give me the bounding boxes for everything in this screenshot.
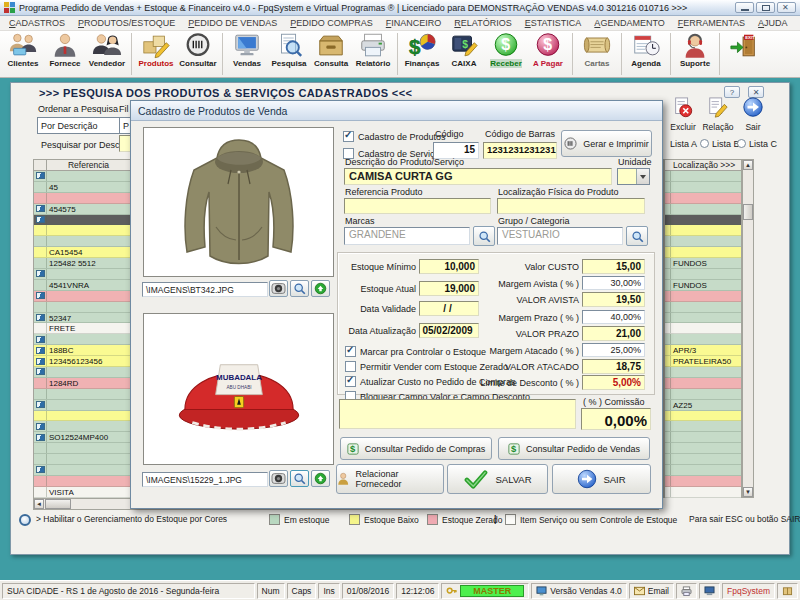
toolbar-consulta-button[interactable]: Consulta: [310, 32, 352, 76]
table-row[interactable]: [665, 432, 741, 443]
consultar-vendas-button[interactable]: $ Consultar Pedido de Vendas: [498, 437, 650, 460]
toolbar-receber-button[interactable]: $ Receber: [485, 32, 527, 76]
menu-ajuda[interactable]: AJUDA: [758, 18, 788, 28]
table-row[interactable]: [665, 171, 741, 182]
margem-avista-input[interactable]: 30,00%: [582, 276, 645, 290]
menu-produtos-estoque[interactable]: PRODUTOS/ESTOQUE: [78, 18, 175, 28]
valor-custo-input[interactable]: 15,00: [582, 259, 645, 274]
table-row[interactable]: 4541VNRA: [34, 280, 130, 291]
table-row[interactable]: PRATELEIRA50: [665, 356, 741, 367]
lista-b-radio[interactable]: Lista B: [700, 139, 740, 149]
header-referencia[interactable]: Referencia: [47, 160, 130, 170]
checkbox-icon[interactable]: [343, 131, 354, 142]
marcas-search-button[interactable]: [473, 226, 495, 246]
toolbar-clientes-button[interactable]: Clientes: [2, 32, 44, 76]
localizacao-fisica-input[interactable]: [497, 198, 645, 214]
table-row[interactable]: AZ25: [665, 400, 741, 411]
zoom-image-button[interactable]: [290, 280, 309, 297]
load-image-button[interactable]: [311, 470, 330, 487]
table-row[interactable]: [34, 465, 130, 476]
table-row[interactable]: [665, 323, 741, 334]
table-row[interactable]: [665, 421, 741, 432]
toolbar-vendedor-button[interactable]: Vendedor: [86, 32, 128, 76]
table-row[interactable]: [665, 291, 741, 302]
table-row[interactable]: [34, 193, 130, 204]
zoom-image-button[interactable]: [290, 470, 309, 487]
table-row[interactable]: [665, 411, 741, 422]
toolbar-exit-button[interactable]: EXIT: [723, 32, 765, 76]
menu-pedido-compras[interactable]: PEDIDO COMPRAS: [290, 18, 373, 28]
table-row[interactable]: [665, 236, 741, 247]
minimize-button[interactable]: [735, 2, 754, 13]
table-row[interactable]: [665, 247, 741, 258]
gerar-imprimir-button[interactable]: Gerar e Imprimir: [561, 130, 652, 157]
codigo-barras-input[interactable]: 1231231231231: [483, 142, 557, 159]
stock-colors-toggle[interactable]: [19, 514, 31, 526]
referencia-input[interactable]: [344, 198, 491, 214]
table-row[interactable]: [665, 182, 741, 193]
table-row[interactable]: [665, 334, 741, 345]
table-row[interactable]: [34, 225, 130, 236]
table-row[interactable]: [34, 171, 130, 182]
scroll-up-icon[interactable]: ▲: [743, 160, 753, 170]
valor-avista-input[interactable]: 19,50: [582, 292, 645, 307]
table-row[interactable]: [34, 454, 130, 465]
toolbar-cartas-button[interactable]: Cartas: [576, 32, 618, 76]
excluir-button[interactable]: Excluir: [667, 97, 699, 131]
vertical-scrollbar[interactable]: ▲ ▼: [742, 159, 754, 498]
relacionar-fornecedor-button[interactable]: Relacionar Fornecedor: [336, 464, 444, 494]
menu-ferramentas[interactable]: FERRAMENTAS: [678, 18, 745, 28]
table-row[interactable]: [34, 269, 130, 280]
table-header-left[interactable]: Referencia: [33, 159, 131, 171]
comissao-input[interactable]: 0,00%: [581, 408, 651, 430]
table-row[interactable]: [34, 236, 130, 247]
descricao-input[interactable]: CAMISA CURTA GG: [344, 168, 612, 185]
table-row[interactable]: 123456123456: [34, 356, 130, 367]
table-row[interactable]: [34, 334, 130, 345]
table-row[interactable]: [34, 215, 130, 226]
table-header-localizacao[interactable]: Localização >>>: [664, 159, 742, 171]
table-row[interactable]: 1284RD: [34, 378, 130, 389]
table-row[interactable]: 454575: [34, 204, 130, 215]
scroll-down-icon[interactable]: ▼: [743, 487, 753, 497]
checkbox-icon[interactable]: [345, 361, 356, 372]
table-row[interactable]: [665, 389, 741, 400]
table-row[interactable]: [34, 389, 130, 400]
table-row[interactable]: [665, 204, 741, 215]
scrollbar-thumb[interactable]: [743, 204, 753, 220]
table-row[interactable]: [34, 302, 130, 313]
webcam-button[interactable]: [269, 280, 288, 297]
valor-prazo-input[interactable]: 21,00: [582, 326, 645, 341]
table-row[interactable]: [34, 443, 130, 454]
table-row[interactable]: [665, 378, 741, 389]
table-row[interactable]: [34, 291, 130, 302]
table-row[interactable]: [665, 476, 741, 487]
sair-button[interactable]: SAIR: [552, 464, 651, 494]
table-row[interactable]: VISITA: [34, 487, 130, 498]
sair-window-button[interactable]: Sair: [737, 97, 769, 131]
margem-atacado-input[interactable]: 25,00%: [582, 343, 645, 357]
table-row[interactable]: [665, 465, 741, 476]
table-row[interactable]: [665, 215, 741, 226]
checkbox-icon[interactable]: [345, 376, 356, 387]
toolbar-apagar-button[interactable]: $ A Pagar: [527, 32, 569, 76]
table-row[interactable]: [34, 476, 130, 487]
menu-agendamento[interactable]: AGENDAMENTO: [594, 18, 664, 28]
table-row[interactable]: FUNDOS: [665, 280, 741, 291]
table-row[interactable]: [34, 400, 130, 411]
table-row[interactable]: APR/3: [665, 345, 741, 356]
table-row[interactable]: [665, 443, 741, 454]
margem-prazo-input[interactable]: 40,00%: [582, 310, 645, 324]
menu-relatorios[interactable]: RELATÓRIOS: [454, 18, 511, 28]
checkbox-icon[interactable]: [345, 346, 356, 357]
table-row[interactable]: SO12524MP400: [34, 432, 130, 443]
cadastro-produtos-checkbox[interactable]: Cadastro de Produtos: [343, 131, 446, 142]
table-row[interactable]: [665, 367, 741, 378]
toolbar-relatorio-button[interactable]: Relatório: [352, 32, 394, 76]
dialog-title-bar[interactable]: Cadastro de Produtos de Venda: [131, 101, 662, 121]
table-row[interactable]: [665, 487, 741, 498]
grupo-input[interactable]: VESTUARIO: [497, 227, 623, 245]
toolbar-consultar-button[interactable]: Consultar: [177, 32, 219, 76]
lista-a-radio[interactable]: Lista A: [670, 139, 697, 149]
load-image-button[interactable]: [311, 280, 330, 297]
